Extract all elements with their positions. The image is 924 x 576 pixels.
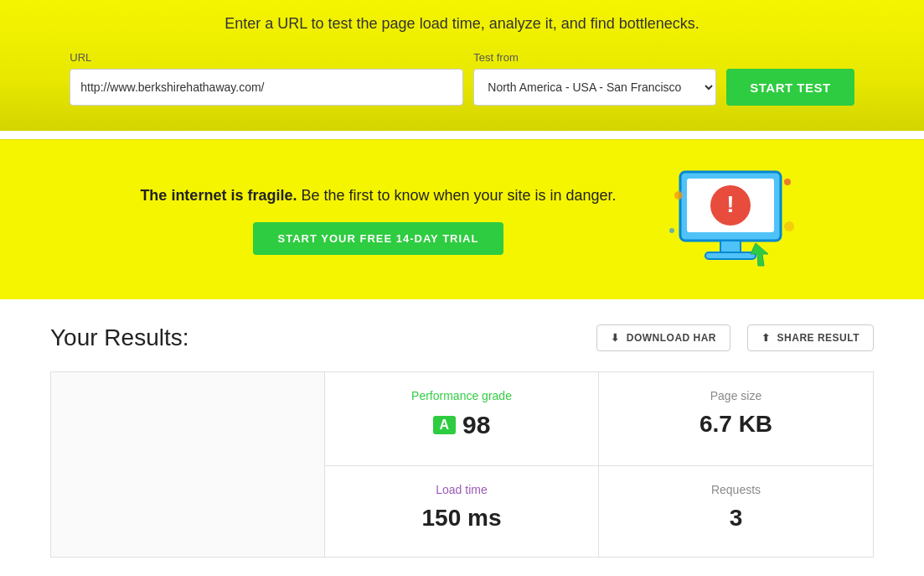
page-size-label: Page size	[619, 389, 853, 402]
page-size-cell: Page size 6.7 KB	[599, 372, 873, 466]
svg-point-10	[784, 221, 794, 231]
requests-cell: Requests 3	[599, 466, 873, 558]
results-section: Your Results: ⬇ DOWNLOAD HAR ⬆ SHARE RES…	[0, 299, 924, 576]
share-result-label: SHARE RESULT	[777, 332, 859, 344]
banner-text: The internet is fragile. Be the first to…	[127, 184, 630, 207]
results-title: Your Results:	[50, 324, 580, 351]
requests-value: 3	[619, 505, 853, 532]
banner-text-regular: Be the first to know when your site is i…	[297, 187, 616, 204]
location-field-group: Test from North America - USA - San Fran…	[473, 51, 716, 106]
monitor-svg: !	[663, 163, 798, 272]
performance-grade-label: Performance grade	[345, 389, 578, 402]
url-input[interactable]	[70, 69, 463, 106]
grade-score: 98	[462, 411, 490, 439]
page-size-value: 6.7 KB	[619, 411, 853, 438]
load-time-value: 150 ms	[345, 505, 578, 532]
load-time-cell: Load time 150 ms	[325, 466, 599, 558]
svg-rect-3	[705, 252, 756, 259]
results-grid: Performance grade A 98 Page size 6.7 KB …	[50, 371, 874, 558]
banner-content: The internet is fragile. Be the first to…	[127, 184, 630, 255]
download-icon: ⬇	[611, 332, 620, 344]
location-select[interactable]: North America - USA - San Francisco	[473, 69, 716, 106]
trial-button[interactable]: START YOUR FREE 14-DAY TRIAL	[253, 222, 504, 255]
start-test-button[interactable]: START TEST	[726, 69, 854, 106]
download-har-label: DOWNLOAD HAR	[627, 332, 716, 344]
waterfall-chart	[51, 372, 325, 557]
share-result-button[interactable]: ⬆ SHARE RESULT	[747, 324, 874, 351]
requests-label: Requests	[619, 483, 853, 496]
hero-subtitle: Enter a URL to test the page load time, …	[0, 0, 924, 51]
svg-point-9	[669, 228, 674, 233]
grade-letter: A	[433, 416, 457, 434]
svg-point-8	[784, 179, 791, 185]
grade-badge: A 98	[433, 411, 491, 439]
url-label: URL	[70, 51, 91, 64]
share-icon: ⬆	[761, 332, 771, 344]
test-from-label: Test from	[473, 51, 518, 64]
search-form: URL Test from North America - USA - San …	[0, 51, 924, 106]
svg-point-7	[674, 191, 683, 200]
monitor-illustration: !	[663, 163, 798, 276]
performance-grade-cell: Performance grade A 98	[325, 372, 599, 466]
url-field-group: URL	[70, 51, 463, 106]
svg-text:!: !	[726, 191, 734, 217]
svg-marker-6	[751, 243, 768, 266]
promo-banner: The internet is fragile. Be the first to…	[0, 139, 924, 299]
load-time-label: Load time	[345, 483, 578, 496]
download-har-button[interactable]: ⬇ DOWNLOAD HAR	[596, 324, 730, 351]
banner-text-bold: The internet is fragile.	[140, 187, 297, 204]
results-header: Your Results: ⬇ DOWNLOAD HAR ⬆ SHARE RES…	[50, 324, 874, 351]
hero-section: Enter a URL to test the page load time, …	[0, 0, 924, 131]
